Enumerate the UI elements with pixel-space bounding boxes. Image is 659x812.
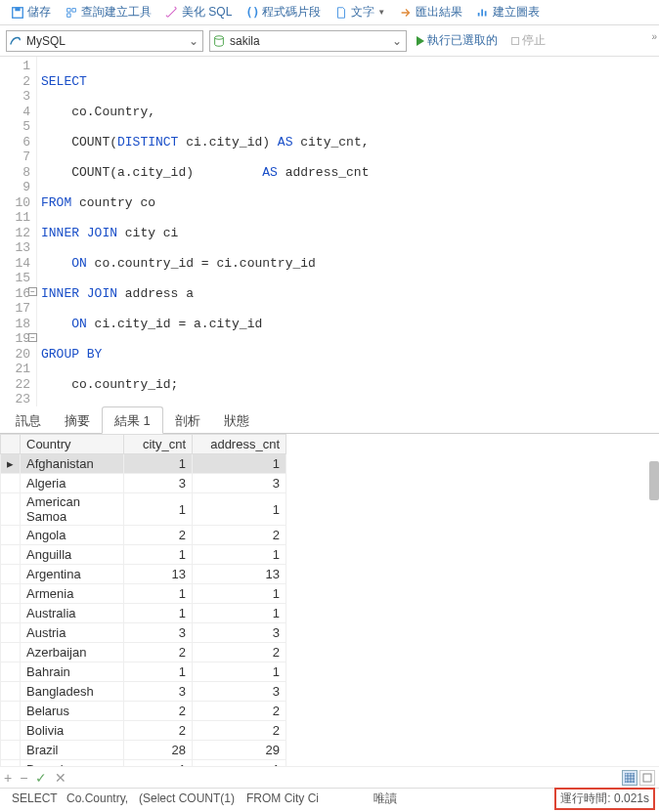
cell-citycnt[interactable]: 1 xyxy=(124,662,193,682)
cell-citycnt[interactable]: 1 xyxy=(124,604,193,623)
cell-country[interactable]: Bangladesh xyxy=(21,682,124,702)
query-builder-button[interactable]: 查詢建立工具 xyxy=(59,2,157,22)
add-row-button[interactable]: + xyxy=(4,770,12,786)
cell-country[interactable]: American Samoa xyxy=(21,493,124,526)
cell-citycnt[interactable]: 3 xyxy=(124,474,193,493)
expand-toolbar-icon[interactable]: » xyxy=(651,31,657,42)
cell-country[interactable]: Afghanistan xyxy=(21,454,124,474)
cell-country[interactable]: Angola xyxy=(21,526,124,545)
cell-addresscnt[interactable]: 1 xyxy=(193,545,286,565)
cell-country[interactable]: Bahrain xyxy=(21,662,124,682)
run-selected-button[interactable]: 執行已選取的 xyxy=(413,32,502,49)
table-row[interactable]: Austria33 xyxy=(1,623,286,643)
view-toggle xyxy=(622,770,655,786)
results-grid[interactable]: Country city_cnt address_cnt ▸Afghanista… xyxy=(0,434,286,766)
cell-addresscnt[interactable]: 13 xyxy=(193,565,286,584)
cell-addresscnt[interactable]: 1 xyxy=(193,662,286,682)
table-row[interactable]: ▸Afghanistan11 xyxy=(1,454,286,474)
cell-addresscnt[interactable]: 2 xyxy=(193,721,286,741)
cell-addresscnt[interactable]: 3 xyxy=(193,474,286,493)
cell-country[interactable]: Anguilla xyxy=(21,545,124,565)
cell-country[interactable]: Armenia xyxy=(21,584,124,604)
cell-country[interactable]: Algeria xyxy=(21,474,124,493)
table-row[interactable]: Bolivia22 xyxy=(1,721,286,741)
cell-citycnt[interactable]: 2 xyxy=(124,526,193,545)
cell-addresscnt[interactable]: 1 xyxy=(193,454,286,474)
table-row[interactable]: Brazil2829 xyxy=(1,741,286,760)
delete-row-button[interactable]: − xyxy=(20,770,27,786)
apply-button[interactable]: ✓ xyxy=(35,770,47,786)
chart-button[interactable]: 建立圖表 xyxy=(470,2,546,22)
cell-citycnt[interactable]: 1 xyxy=(124,493,193,526)
database-combo[interactable]: sakila ⌄ xyxy=(209,30,407,52)
cell-country[interactable]: Brazil xyxy=(21,741,124,760)
cell-citycnt[interactable]: 1 xyxy=(124,545,193,565)
cell-citycnt[interactable]: 3 xyxy=(124,623,193,643)
table-row[interactable]: Anguilla11 xyxy=(1,545,286,565)
table-row[interactable]: Armenia11 xyxy=(1,584,286,604)
beautify-button[interactable]: 美化 SQL xyxy=(159,2,238,22)
tab-status[interactable]: 狀態 xyxy=(212,407,261,433)
cell-addresscnt[interactable]: 1 xyxy=(193,604,286,623)
sql-editor[interactable]: 1234567891011121314151617181920212223 − … xyxy=(0,57,659,406)
table-row[interactable]: American Samoa11 xyxy=(1,493,286,526)
table-row[interactable]: Argentina1313 xyxy=(1,565,286,584)
cancel-button[interactable]: ✕ xyxy=(55,770,66,786)
engine-combo[interactable]: MySQL ⌄ xyxy=(6,30,203,52)
export-button[interactable]: 匯出結果 xyxy=(393,2,468,22)
cell-country[interactable]: Azerbaijan xyxy=(21,643,124,662)
row-pointer xyxy=(1,721,21,741)
cell-addresscnt[interactable]: 3 xyxy=(193,682,286,702)
col-country-header[interactable]: Country xyxy=(21,435,124,454)
tab-summary[interactable]: 摘要 xyxy=(53,407,102,433)
row-pointer xyxy=(1,474,21,493)
table-row[interactable]: Angola22 xyxy=(1,526,286,545)
cell-addresscnt[interactable]: 3 xyxy=(193,623,286,643)
tab-messages[interactable]: 訊息 xyxy=(4,407,53,433)
col-citycnt-header[interactable]: city_cnt xyxy=(124,435,193,454)
tab-result1[interactable]: 結果 1 xyxy=(102,406,163,434)
cell-addresscnt[interactable]: 2 xyxy=(193,643,286,662)
grid-view-button[interactable] xyxy=(622,770,637,786)
save-button[interactable]: 儲存 xyxy=(5,2,57,22)
editor-code[interactable]: SELECT co.Country, COUNT(DISTINCT ci.cit… xyxy=(37,57,442,406)
cell-citycnt[interactable]: 1 xyxy=(124,454,193,474)
cell-citycnt[interactable]: 1 xyxy=(124,584,193,604)
form-view-button[interactable] xyxy=(639,770,655,786)
cell-country[interactable]: Bolivia xyxy=(21,721,124,741)
cell-addresscnt[interactable]: 1 xyxy=(193,493,286,526)
cell-citycnt[interactable]: 28 xyxy=(124,741,193,760)
stop-button[interactable]: 停止 xyxy=(507,32,549,49)
cell-addresscnt[interactable]: 2 xyxy=(193,702,286,721)
cell-country[interactable]: Belarus xyxy=(21,702,124,721)
cell-citycnt[interactable]: 2 xyxy=(124,702,193,721)
cell-addresscnt[interactable]: 1 xyxy=(193,760,286,767)
cell-addresscnt[interactable]: 1 xyxy=(193,584,286,604)
tab-profile[interactable]: 剖析 xyxy=(163,407,212,433)
cell-addresscnt[interactable]: 29 xyxy=(193,741,286,760)
cell-citycnt[interactable]: 2 xyxy=(124,721,193,741)
table-row[interactable]: Belarus22 xyxy=(1,702,286,721)
table-row[interactable]: Brunei11 xyxy=(1,760,286,767)
cell-citycnt[interactable]: 13 xyxy=(124,565,193,584)
fold-icon[interactable]: − xyxy=(28,333,37,342)
cell-citycnt[interactable]: 2 xyxy=(124,643,193,662)
cell-country[interactable]: Brunei xyxy=(21,760,124,767)
cell-citycnt[interactable]: 1 xyxy=(124,760,193,767)
cell-country[interactable]: Argentina xyxy=(21,565,124,584)
table-row[interactable]: Bangladesh33 xyxy=(1,682,286,702)
table-row[interactable]: Algeria33 xyxy=(1,474,286,493)
table-row[interactable]: Azerbaijan22 xyxy=(1,643,286,662)
cell-addresscnt[interactable]: 2 xyxy=(193,526,286,545)
fold-icon[interactable]: − xyxy=(28,287,37,296)
scrollbar-thumb[interactable] xyxy=(649,461,659,500)
cell-citycnt[interactable]: 3 xyxy=(124,682,193,702)
row-pointer xyxy=(1,526,21,545)
table-row[interactable]: Australia11 xyxy=(1,604,286,623)
cell-country[interactable]: Australia xyxy=(21,604,124,623)
snippet-button[interactable]: () 程式碼片段 xyxy=(240,2,327,22)
col-addresscnt-header[interactable]: address_cnt xyxy=(193,435,286,454)
cell-country[interactable]: Austria xyxy=(21,623,124,643)
table-row[interactable]: Bahrain11 xyxy=(1,662,286,682)
text-button[interactable]: 文字 ▼ xyxy=(329,2,391,22)
